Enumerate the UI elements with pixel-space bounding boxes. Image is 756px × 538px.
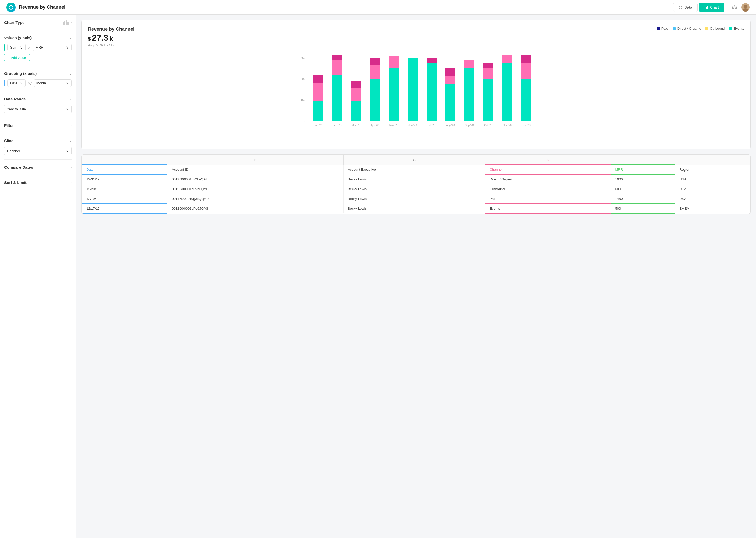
grouping-header[interactable]: Grouping (x-axis) ∨ bbox=[4, 70, 72, 77]
values-header[interactable]: Values (y-axis) ∨ bbox=[4, 34, 72, 41]
bar-jul-paid[interactable] bbox=[427, 58, 437, 63]
filter-header[interactable]: Filter › bbox=[4, 122, 72, 129]
svg-text:Feb '20: Feb '20 bbox=[333, 124, 341, 127]
bar-jan-paid[interactable] bbox=[313, 75, 323, 83]
chart-type-header[interactable]: Chart Type › bbox=[4, 19, 72, 26]
bar-feb-events[interactable] bbox=[332, 75, 342, 121]
field-select[interactable]: MRR ∨ bbox=[33, 44, 72, 51]
bar-jan-events[interactable] bbox=[313, 101, 323, 121]
sort-limit-header[interactable]: Sort & Limit › bbox=[4, 179, 72, 186]
app-title: Revenue by Channel bbox=[19, 4, 673, 10]
grouping-field-select[interactable]: Date ∨ bbox=[7, 79, 26, 87]
date-range-header[interactable]: Date Range ∨ bbox=[4, 96, 72, 102]
col-label-account-executive: Account Executive bbox=[343, 165, 485, 175]
by-label: by bbox=[28, 81, 31, 85]
bar-dec-events[interactable] bbox=[521, 79, 531, 121]
chart-header: Revenue by Channel Paid Direct / Organic… bbox=[88, 27, 744, 32]
chart-icon bbox=[704, 5, 708, 10]
settings-icon[interactable] bbox=[731, 4, 738, 11]
svg-rect-1 bbox=[681, 6, 683, 7]
svg-rect-2 bbox=[679, 8, 681, 9]
date-range-title: Date Range bbox=[4, 97, 26, 101]
bar-oct-paid[interactable] bbox=[483, 63, 493, 68]
table-cell: 0012G00001ePvh3QAC bbox=[167, 184, 343, 194]
table-cell: 0012G00001bv2LeQAI bbox=[167, 175, 343, 184]
view-tabs: Data Chart bbox=[673, 3, 725, 12]
chart-legend: Paid Direct / Organic Outbound Events bbox=[657, 27, 744, 30]
organic-color-dot bbox=[673, 27, 676, 30]
svg-rect-13 bbox=[68, 22, 69, 25]
bar-nov-events[interactable] bbox=[502, 63, 512, 121]
bar-jan-organic[interactable] bbox=[313, 83, 323, 101]
header-actions bbox=[731, 3, 750, 12]
sidebar-section-date-range: Date Range ∨ Year to Date ∨ bbox=[4, 96, 72, 118]
col-label-date: Date bbox=[82, 165, 167, 175]
col-label-account-id: Account ID bbox=[167, 165, 343, 175]
table-cell: 12/19/19 bbox=[82, 194, 167, 204]
user-avatar[interactable] bbox=[741, 3, 750, 12]
col-label-mrr: MRR bbox=[611, 165, 675, 175]
table-cell: Events bbox=[485, 204, 611, 213]
bar-apr-events[interactable] bbox=[370, 79, 380, 121]
chevron-down-slice-icon: ∨ bbox=[69, 139, 72, 143]
compare-dates-title: Compare Dates bbox=[4, 165, 33, 169]
svg-text:Sep '20: Sep '20 bbox=[465, 124, 474, 127]
bar-mar-paid[interactable] bbox=[351, 81, 361, 88]
chevron-down-grouping-icon: ∨ bbox=[69, 72, 72, 76]
col-header-a: A bbox=[82, 155, 167, 165]
bar-jun-events[interactable] bbox=[408, 58, 418, 121]
col-label-region: Region bbox=[675, 165, 750, 175]
bar-chart-icon bbox=[63, 20, 69, 25]
bar-may-organic[interactable] bbox=[389, 56, 399, 68]
bar-oct-events[interactable] bbox=[483, 79, 493, 121]
bar-feb-paid[interactable] bbox=[332, 55, 342, 60]
table-cell: 0012G00001ePc6JQAS bbox=[167, 204, 343, 213]
tab-chart[interactable]: Chart bbox=[699, 3, 725, 12]
svg-rect-5 bbox=[706, 7, 707, 9]
svg-text:15k: 15k bbox=[301, 98, 305, 101]
logo-inner bbox=[9, 5, 13, 10]
bar-aug-paid[interactable] bbox=[446, 68, 455, 76]
sidebar-section-slice: Slice ∨ Channel ∨ bbox=[4, 137, 72, 160]
bar-may-events[interactable] bbox=[389, 68, 399, 121]
bar-nov-organic[interactable] bbox=[502, 55, 512, 63]
table-cell: EMEA bbox=[675, 204, 750, 213]
bar-feb-organic[interactable] bbox=[332, 60, 342, 75]
bar-dec-organic[interactable] bbox=[521, 63, 531, 79]
bar-jul-events[interactable] bbox=[427, 63, 437, 121]
slice-select[interactable]: Channel ∨ bbox=[4, 146, 72, 155]
bar-mar-organic[interactable] bbox=[351, 88, 361, 101]
bar-apr-paid[interactable] bbox=[370, 58, 380, 65]
data-table: A B C D E F Date Account ID Account Exec… bbox=[82, 155, 750, 214]
chart-metric: $ 27.3 k bbox=[88, 33, 744, 43]
svg-rect-12 bbox=[66, 20, 67, 25]
add-value-button[interactable]: + Add value bbox=[4, 54, 30, 62]
sidebar-section-sort-limit: Sort & Limit › bbox=[4, 179, 72, 190]
legend-organic: Direct / Organic bbox=[673, 27, 701, 30]
bar-apr-organic[interactable] bbox=[370, 65, 380, 79]
bar-sep-organic[interactable] bbox=[464, 60, 474, 68]
table-row: 12/17/190012G00001ePc6JQASBecky LewisEve… bbox=[82, 204, 750, 213]
sidebar-section-filter: Filter › bbox=[4, 122, 72, 133]
col-header-b: B bbox=[167, 155, 343, 165]
bar-mar-events[interactable] bbox=[351, 101, 361, 121]
svg-text:Nov '20: Nov '20 bbox=[503, 124, 512, 127]
chart-subtitle: Avg. MRR by Month bbox=[88, 43, 744, 47]
date-range-select[interactable]: Year to Date ∨ bbox=[4, 105, 72, 114]
slice-header[interactable]: Slice ∨ bbox=[4, 137, 72, 144]
table-cell: 1450 bbox=[611, 194, 675, 204]
legend-outbound: Outbound bbox=[705, 27, 725, 30]
bar-dec-paid[interactable] bbox=[521, 55, 531, 63]
bar-oct-organic[interactable] bbox=[483, 68, 493, 79]
bar-aug-events[interactable] bbox=[446, 84, 455, 121]
grouping-interval-select[interactable]: Month ∨ bbox=[34, 79, 72, 87]
bar-sep-events[interactable] bbox=[464, 68, 474, 121]
tab-data[interactable]: Data bbox=[673, 3, 698, 12]
bar-aug-organic[interactable] bbox=[446, 76, 455, 84]
aggregate-select[interactable]: Sum ∨ bbox=[7, 44, 26, 51]
chart-title: Revenue by Channel bbox=[88, 27, 134, 32]
table-header-row: A B C D E F bbox=[82, 155, 750, 165]
compare-dates-header[interactable]: Compare Dates › bbox=[4, 164, 72, 171]
svg-rect-3 bbox=[681, 8, 683, 9]
grouping-row: Date ∨ by Month ∨ bbox=[4, 79, 72, 87]
